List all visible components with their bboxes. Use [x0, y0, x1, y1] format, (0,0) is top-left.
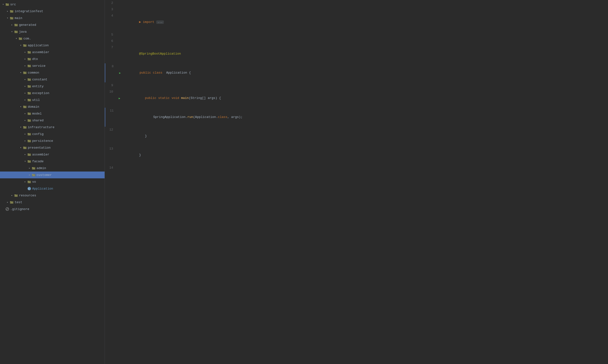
tree-chevron-infrastructure[interactable] — [19, 125, 23, 129]
svg-rect-23 — [28, 52, 30, 53]
tree-item-model[interactable]: model — [0, 110, 105, 117]
svg-rect-47 — [24, 106, 26, 108]
tree-label-entity: entity — [32, 85, 44, 88]
svg-rect-26 — [28, 58, 30, 60]
file-tree[interactable]: src integrationTest main generated java — [0, 0, 105, 364]
svg-rect-41 — [28, 92, 30, 94]
tree-item-assembler2[interactable]: assembler — [0, 151, 105, 158]
tree-chevron-assembler2[interactable] — [23, 152, 27, 157]
tree-chevron-entity[interactable] — [23, 84, 27, 89]
svg-rect-68 — [28, 154, 30, 156]
code-area: 2 ▶ 3 ▶ 4 ▶ ▶ import ... 5 ▶ 6 ▶ — [105, 0, 608, 364]
tree-item-persistence[interactable]: persistence — [0, 137, 105, 144]
svg-rect-56 — [24, 127, 26, 128]
tree-item-resources[interactable]: resources — [0, 192, 105, 199]
tree-item-facade[interactable]: facade — [0, 158, 105, 165]
tree-item-util[interactable]: util — [0, 96, 105, 103]
code-content-14 — [122, 165, 608, 171]
line-num-9: 9 — [105, 82, 117, 89]
tree-item-test[interactable]: test — [0, 199, 105, 206]
tree-label-application: application — [28, 44, 49, 47]
tree-chevron-test[interactable] — [5, 200, 10, 204]
tree-item-gitignore[interactable]: .gitignore — [0, 206, 105, 212]
tree-item-constant[interactable]: constant — [0, 76, 105, 83]
tree-label-shared: shared — [32, 119, 44, 122]
tree-item-java[interactable]: java — [0, 28, 105, 35]
tree-item-integrationTest[interactable]: integrationTest — [0, 8, 105, 15]
tree-chevron-dto[interactable] — [23, 57, 27, 61]
tree-chevron-common[interactable] — [19, 70, 23, 75]
tree-chevron-admin[interactable] — [27, 166, 32, 170]
line-num-4: 4 — [105, 13, 117, 32]
code-content-11: SpringApplication.run(Application.class,… — [122, 108, 608, 127]
tree-item-com[interactable]: com. — [0, 35, 105, 42]
tree-chevron-assembler1[interactable] — [23, 50, 27, 54]
tree-item-service[interactable]: service — [0, 62, 105, 69]
tree-chevron-generated[interactable] — [10, 23, 14, 27]
tree-label-vo: vo — [32, 180, 36, 184]
tree-chevron-config[interactable] — [23, 132, 27, 136]
tree-item-assembler1[interactable]: assembler — [0, 49, 105, 55]
code-line-3: 3 ▶ — [105, 6, 608, 13]
svg-rect-29 — [28, 65, 30, 67]
tree-item-customer[interactable]: customer — [0, 171, 105, 178]
tree-label-config: config — [32, 132, 44, 136]
code-line-9: 9 ▶ — [105, 82, 608, 89]
svg-rect-14 — [15, 31, 17, 33]
code-line-14: 14 ▶ — [105, 165, 608, 171]
tree-chevron-domain[interactable] — [19, 104, 23, 109]
tree-label-resources: resources — [19, 194, 36, 197]
tree-chevron-integrationTest[interactable] — [5, 9, 10, 13]
tree-chevron-customer[interactable] — [27, 173, 32, 177]
run-btn-10[interactable]: ▶ — [117, 89, 122, 108]
tree-chevron-model[interactable] — [23, 111, 27, 116]
svg-rect-85 — [15, 195, 17, 197]
tree-label-test: test — [15, 200, 22, 204]
tree-label-facade: facade — [32, 160, 44, 163]
tree-item-shared[interactable]: shared — [0, 117, 105, 124]
tree-item-common[interactable]: common — [0, 69, 105, 76]
line-num-3: 3 — [105, 6, 117, 13]
tree-item-vo[interactable]: vo — [0, 178, 105, 185]
svg-rect-8 — [11, 18, 13, 19]
tree-chevron-exception[interactable] — [23, 91, 27, 95]
tree-label-util: util — [32, 98, 40, 102]
code-line-5: 5 ▶ — [105, 32, 608, 38]
tree-item-Application[interactable]: C Application — [0, 185, 105, 192]
tree-chevron-persistence[interactable] — [23, 139, 27, 143]
tree-chevron-src[interactable] — [1, 2, 5, 7]
code-content-13: } — [122, 146, 608, 165]
tree-chevron-shared[interactable] — [23, 118, 27, 123]
tree-item-presentation[interactable]: presentation — [0, 144, 105, 151]
tree-chevron-facade[interactable] — [23, 159, 27, 164]
svg-rect-17 — [19, 38, 22, 40]
line-num-13: 13 — [105, 146, 117, 165]
tree-chevron-presentation[interactable] — [19, 145, 23, 150]
tree-chevron-constant[interactable] — [23, 77, 27, 82]
line-num-6: 6 — [105, 38, 117, 44]
tree-item-dto[interactable]: dto — [0, 55, 105, 62]
run-btn-8[interactable]: ▶ — [118, 63, 122, 82]
svg-rect-80 — [28, 181, 30, 183]
tree-item-src[interactable]: src — [0, 1, 105, 8]
code-line-4: 4 ▶ ▶ import ... — [105, 13, 608, 32]
tree-chevron-application[interactable] — [19, 43, 23, 48]
tree-item-admin[interactable]: admin — [0, 165, 105, 171]
tree-item-infrastructure[interactable]: infrastructure — [0, 124, 105, 130]
tree-chevron-vo[interactable] — [23, 180, 27, 184]
tree-chevron-main[interactable] — [5, 16, 10, 20]
tree-chevron-com[interactable] — [14, 36, 19, 41]
tree-item-domain[interactable]: domain — [0, 103, 105, 110]
tree-chevron-util[interactable] — [23, 98, 27, 102]
tree-label-customer: customer — [37, 173, 52, 177]
svg-rect-77 — [32, 174, 35, 176]
tree-item-entity[interactable]: entity — [0, 83, 105, 90]
tree-chevron-service[interactable] — [23, 64, 27, 68]
tree-item-exception[interactable]: exception — [0, 90, 105, 96]
tree-item-application[interactable]: application — [0, 42, 105, 49]
tree-item-generated[interactable]: generated — [0, 21, 105, 28]
tree-chevron-java[interactable] — [10, 29, 14, 34]
tree-item-config[interactable]: config — [0, 130, 105, 137]
tree-chevron-resources[interactable] — [10, 193, 14, 198]
tree-item-main[interactable]: main — [0, 15, 105, 21]
